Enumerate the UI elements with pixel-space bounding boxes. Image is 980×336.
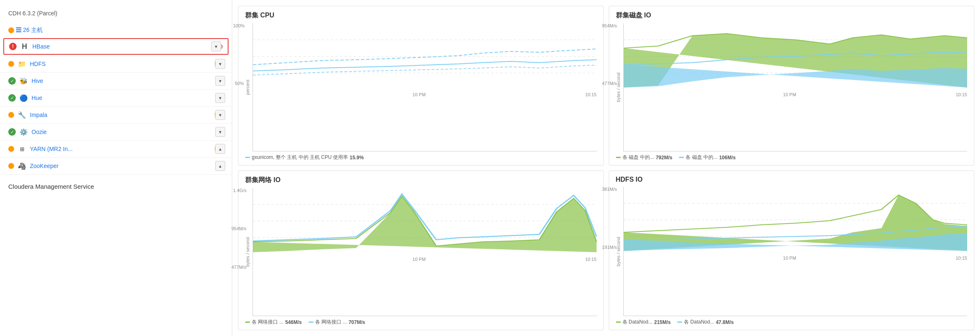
hdfs-legend-dot-2 [677,321,682,323]
cpu-chart-card: 群集 CPU percent 100% 50% [238,6,604,166]
cpu-legend-dot [245,157,250,158]
impala-name[interactable]: Impala [30,112,208,118]
hdfs-io-chart-title: HDFS IO [616,176,968,183]
zookeeper-dropdown-btn[interactable] [215,161,225,171]
host-row[interactable]: ☰ 26 主机 [0,23,232,37]
service-row-impala: 🔧 Impala ! 24 [0,107,232,124]
network-io-chart-area: bytes / second 1.4G/s 954M/s 477M/s [245,188,597,316]
net-x-end: 10:15 [585,257,597,262]
network-io-chart-title: 群集网络 IO [245,176,597,185]
cpu-x-mid: 10 PM [413,92,426,97]
hbase-error-icon: ! [9,43,17,50]
hdfs-io-chart-inner: 381M/s 191M/s [623,187,968,316]
net-legend-value-2: 707M/s [348,319,365,325]
net-legend-dot-2 [309,321,314,323]
service-row-zookeeper: 🦓 ZooKeeper ! 3 [0,158,232,175]
disk-io-chart-area: bytes / second 954M/s 477M/s [616,23,968,151]
host-label[interactable]: ☰ 26 主机 [16,27,43,34]
hue-dropdown-btn[interactable] [215,93,225,103]
cpu-chart-svg [253,23,597,90]
hue-status-dot: ✓ [8,94,16,102]
service-row-hive: ✓ 🐝 Hive [0,73,232,90]
cpu-chart-title: 群集 CPU [245,11,597,20]
disk-io-x-axis: 10 PM 10:15 [624,91,968,97]
hdfs-ytick-mid: 191M/s [602,245,617,250]
oozie-dropdown-btn[interactable] [215,127,225,137]
hive-dropdown-btn[interactable] [215,76,225,86]
service-row-hbase: ! H HBase ! 10 [3,38,229,55]
hdfs-io-chart-card: HDFS IO bytes / second 381M/s 191M/s [609,170,975,330]
hdfs-legend-item-1: 各 DataNod... 215M/s [616,319,671,326]
hdfs-dropdown-btn[interactable] [215,59,225,69]
cpu-legend-value: 15.9% [350,155,364,161]
net-x-mid: 10 PM [413,257,426,262]
cpu-x-axis: 10 PM 10:15 [253,91,597,97]
network-io-x-axis: 10 PM 10:15 [253,256,597,262]
hbase-name[interactable]: HBase [32,43,207,50]
disk-io-chart-svg [624,23,968,90]
disk-x-mid: 10 PM [783,92,796,97]
hdfs-io-chart-area: bytes / second 381M/s 191M/s [616,187,968,316]
hdfs-legend-label-1: 各 DataNod... [623,319,653,326]
cpu-ytick-mid: 50% [235,81,244,86]
disk-x-end: 10:15 [956,92,967,97]
yarn-name[interactable]: YARN (MR2 In... [30,146,208,152]
hdfs-legend-value-2: 47.8M/s [716,319,734,325]
net-legend-value-1: 546M/s [285,319,302,325]
hive-service-icon: 🐝 [19,76,28,85]
hive-name[interactable]: Hive [32,78,224,84]
disk-legend-dot-1 [616,157,621,158]
disk-legend-dot-2 [679,157,684,158]
hbase-service-icon: H [20,42,29,51]
service-row-hdfs: 📁 HDFS ! 25 [0,56,232,73]
hdfs-x-end: 10:15 [956,256,967,261]
net-legend-item-1: 各 网络接口 ... 546M/s [245,319,302,326]
service-row-yarn: ⊞ YARN (MR2 In... ! 22 [0,141,232,158]
disk-io-chart-title: 群集磁盘 IO [616,11,968,20]
network-io-chart-svg [253,188,597,254]
hue-service-icon: 🔵 [19,93,28,102]
disk-legend-item-2: 各 磁盘 中的... 106M/s [679,154,736,161]
network-io-legend: 各 网络接口 ... 546M/s 各 网络接口 ... 707M/s [245,319,597,326]
net-ytick-mid1: 954M/s [231,226,246,231]
oozie-status-dot: ✓ [8,128,16,136]
oozie-name[interactable]: Oozie [32,129,224,135]
cpu-legend-item: gxunicom, 整个 主机 中的 主机 CPU 使用率 15.9% [245,154,364,161]
hdfs-name[interactable]: HDFS [30,61,208,67]
yarn-dropdown-btn[interactable] [215,144,225,154]
net-ytick-mid2: 477M/s [231,265,246,270]
cpu-ytick-top: 100% [233,23,245,28]
disk-io-y-label: bytes / second [616,73,621,102]
hdfs-ytick-top: 381M/s [602,187,617,192]
cpu-y-label: percent [245,80,250,95]
network-io-chart-inner: 1.4G/s 954M/s 477M/s [253,188,597,316]
hdfs-legend-item-2: 各 DataNod... 47.8M/s [677,319,734,326]
host-status-dot [8,27,14,33]
disk-ytick-top: 954M/s [602,23,617,28]
disk-io-chart-card: 群集磁盘 IO bytes / second 954M/s 477M/s [609,6,975,166]
service-row-hue: ✓ 🔵 Hue [0,90,232,107]
cms-label: Cloudera Management Service [0,175,232,193]
zookeeper-name[interactable]: ZooKeeper [30,163,211,169]
hdfs-status-dot [8,61,14,67]
disk-legend-value-2: 106M/s [719,155,736,161]
impala-dropdown-btn[interactable] [215,110,225,120]
hdfs-io-x-axis: 10 PM 10:15 [624,254,968,261]
hdfs-legend-dot-1 [616,321,621,323]
oozie-service-icon: ⚙️ [19,127,28,136]
hive-status-dot: ✓ [8,77,16,85]
left-panel: CDH 6.3.2 (Parcel) ☰ 26 主机 ! H HBase ! 1… [0,0,232,336]
network-io-chart-card: 群集网络 IO bytes / second 1.4G/s 954M/s 477… [238,170,604,330]
cpu-legend: gxunicom, 整个 主机 中的 主机 CPU 使用率 15.9% [245,154,597,161]
zookeeper-service-icon: 🦓 [17,161,27,170]
disk-legend-item-1: 各 磁盘 中的... 792M/s [616,154,673,161]
disk-io-legend: 各 磁盘 中的... 792M/s 各 磁盘 中的... 106M/s [616,154,968,161]
cpu-x-end: 10:15 [585,92,597,97]
yarn-service-icon: ⊞ [17,144,27,153]
hue-name[interactable]: Hue [32,95,224,101]
net-legend-dot-1 [245,321,250,323]
network-io-y-label: bytes / second [245,237,250,267]
hbase-dropdown-btn[interactable] [211,41,221,51]
service-row-oozie: ✓ ⚙️ Oozie [0,124,232,141]
hdfs-legend-label-2: 各 DataNod... [684,319,714,326]
